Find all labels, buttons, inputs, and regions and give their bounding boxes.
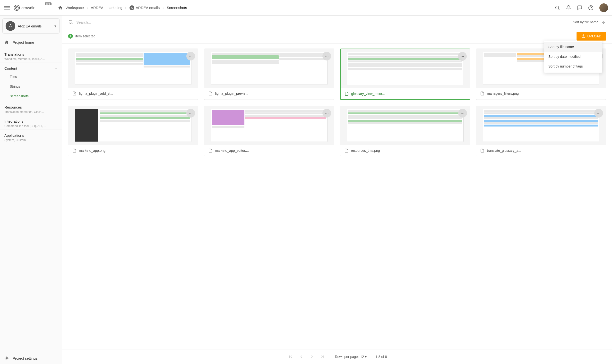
svg-point-2 — [16, 7, 17, 8]
sidebar-section-resources[interactable]: Resources Translation memories, Gloss... — [0, 101, 62, 115]
sidebar-item-files[interactable]: Files — [0, 72, 62, 82]
sidebar-section-content[interactable]: Content — [0, 62, 62, 72]
card-more-button[interactable] — [186, 52, 195, 61]
screenshot-card[interactable]: figma_plugin_previe... — [204, 49, 334, 100]
logo[interactable]: crowdin beta — [13, 4, 50, 11]
file-name: marketo_app_editor.... — [215, 149, 249, 153]
card-more-button[interactable] — [322, 52, 331, 61]
sidebar-item-settings[interactable]: Project settings — [0, 352, 62, 364]
chevron-right-icon: › — [162, 6, 164, 10]
thumbnail — [204, 49, 334, 88]
screenshot-card[interactable]: translate_glossary_a... — [476, 106, 606, 156]
card-more-button[interactable] — [322, 109, 331, 117]
card-more-button[interactable] — [594, 109, 603, 117]
sort-button[interactable]: Sort by file name — [573, 20, 599, 24]
help-icon[interactable] — [588, 5, 594, 11]
svg-point-6 — [591, 9, 591, 9]
screenshot-card[interactable]: glossary_view_recor... — [340, 49, 470, 100]
top-header: crowdin beta Workspace › ARDEA - marketi… — [0, 0, 612, 15]
image-file-icon — [72, 91, 77, 96]
search-icon — [68, 19, 73, 25]
sidebar-item-label: Project home — [13, 40, 34, 44]
sort-option-tags[interactable]: Sort by number of tags — [544, 61, 602, 71]
next-page-button[interactable] — [308, 353, 315, 360]
file-name: resources_tms.png — [351, 149, 380, 153]
sidebar-section-translations[interactable]: Translations Workflow, Members, Tasks, A… — [0, 48, 62, 62]
svg-point-31 — [599, 113, 599, 114]
image-file-icon — [72, 148, 77, 153]
sidebar-item-screenshots[interactable]: Screenshots — [0, 91, 62, 101]
search-icon[interactable] — [555, 5, 560, 11]
svg-point-15 — [461, 56, 462, 57]
breadcrumb-project[interactable]: ARDEA emails — [136, 6, 160, 10]
card-more-button[interactable] — [186, 109, 195, 117]
user-avatar[interactable] — [599, 3, 608, 12]
file-name: glossary_view_recor... — [351, 92, 385, 96]
sort-direction-button[interactable] — [601, 20, 606, 25]
screenshot-card[interactable]: marketo_app.png — [68, 106, 198, 156]
thumbnail — [68, 106, 198, 145]
thumbnail — [341, 49, 470, 88]
sidebar: A ARDEA emails ▾ Project home Translatio… — [0, 0, 62, 364]
svg-point-22 — [190, 113, 191, 114]
svg-point-27 — [461, 113, 462, 114]
rows-per-page-label: Rows per page: — [335, 355, 359, 359]
selection-label: item selected — [75, 34, 95, 38]
screenshot-card[interactable]: resources_tms.png — [340, 106, 470, 156]
breadcrumb-workspace[interactable]: Workspace — [66, 6, 84, 10]
svg-point-9 — [189, 56, 190, 57]
sort-option-date[interactable]: Sort by date modified — [544, 52, 602, 61]
upload-label: UPLOAD — [587, 34, 601, 38]
section-title: Applications — [4, 133, 24, 137]
file-name: figma_plugin_add_st... — [79, 91, 113, 95]
screenshot-card[interactable]: marketo_app_editor.... — [204, 106, 334, 156]
svg-point-30 — [597, 113, 598, 114]
svg-point-32 — [600, 113, 600, 114]
messages-icon[interactable] — [577, 5, 582, 11]
search-input[interactable] — [76, 20, 570, 24]
sidebar-section-applications[interactable]: Applications System, Custom — [0, 129, 62, 143]
image-file-icon — [208, 148, 213, 153]
rows-per-page-select[interactable]: 12 ▾ — [360, 355, 367, 359]
first-page-button[interactable] — [287, 353, 294, 360]
prev-page-button[interactable] — [298, 353, 305, 360]
card-more-button[interactable] — [458, 52, 467, 61]
sidebar-item-label: Project settings — [13, 356, 38, 360]
sidebar-item-home[interactable]: Project home — [0, 36, 62, 48]
crowdin-logo-icon: crowdin — [13, 4, 50, 11]
screenshot-card[interactable]: figma_plugin_add_st... — [68, 49, 198, 100]
section-subtitle: System, Custom — [4, 138, 58, 142]
home-icon[interactable] — [58, 5, 63, 10]
toolbar: Sort by file name — [62, 15, 612, 29]
card-more-button[interactable] — [458, 109, 467, 117]
project-name: ARDEA emails — [18, 24, 52, 28]
section-subtitle: Translation memories, Gloss... — [4, 110, 58, 114]
svg-point-8 — [69, 20, 72, 24]
sidebar-item-strings[interactable]: Strings — [0, 82, 62, 91]
breadcrumb-project-group[interactable]: ARDEA - marketing — [91, 6, 122, 10]
notifications-icon[interactable] — [566, 5, 571, 11]
project-selector[interactable]: A ARDEA emails ▾ — [2, 18, 60, 34]
project-avatar: A — [6, 21, 15, 31]
page-range: 1-8 of 8 — [375, 355, 387, 359]
sidebar-section-integrations[interactable]: Integrations Command line tool (CLI), AP… — [0, 115, 62, 129]
last-page-button[interactable] — [319, 353, 326, 360]
selection-count-badge: 1 — [68, 34, 73, 39]
sort-option-name[interactable]: Sort by file name — [544, 42, 602, 52]
svg-text:crowdin: crowdin — [21, 5, 36, 10]
menu-toggle-button[interactable] — [4, 5, 10, 11]
file-name: marketo_app.png — [79, 149, 106, 153]
main-content: Sort by file name 1 item selected UPLOAD… — [62, 0, 612, 364]
svg-point-21 — [189, 113, 190, 114]
upload-button[interactable]: UPLOAD — [576, 32, 606, 40]
svg-point-13 — [326, 56, 327, 57]
breadcrumb-current: Screenshots — [167, 6, 187, 10]
svg-point-16 — [462, 56, 463, 57]
svg-point-29 — [464, 113, 464, 114]
caret-down-icon: ▾ — [365, 355, 367, 359]
chevron-right-icon: › — [87, 6, 88, 10]
svg-point-14 — [328, 56, 328, 57]
section-title: Translations — [4, 52, 24, 56]
section-title: Resources — [4, 105, 22, 109]
image-file-icon — [345, 91, 349, 96]
